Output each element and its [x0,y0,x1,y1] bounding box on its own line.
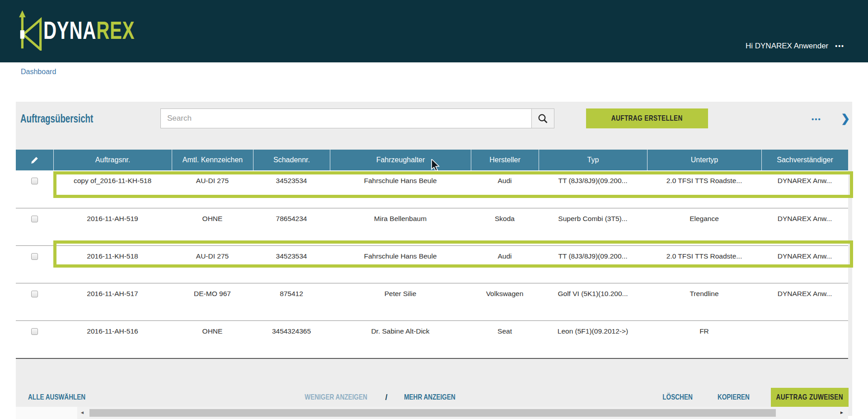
row-checkbox[interactable] [31,291,38,297]
cell-fahrzeughalter: Mira Bellenbaum [330,208,471,245]
card-menu-ellipsis-icon[interactable]: ••• [806,111,827,127]
show-less-button[interactable]: WENIGER ANZEIGEN [305,393,368,402]
app-header: DYNAREX Hi DYNAREX Anwender ••• [0,0,868,62]
cell-hersteller: Audi [471,246,539,283]
cell-auftragsnr: 2016-11-AH-516 [53,321,172,358]
user-greeting: Hi DYNAREX Anwender ••• [746,42,845,51]
show-more-button[interactable]: MEHR ANZEIGEN [404,393,455,402]
cell-typ: TT (8J3/8J9)(09.200... [539,246,647,283]
row-checkbox[interactable] [31,253,38,260]
column-header-schadennr[interactable]: Schadennr. [253,150,330,170]
table-row[interactable]: copy of_2016-11-KH-518 AU-DI 275 3452353… [16,170,848,208]
cell-auftragsnr: copy of_2016-11-KH-518 [53,170,172,208]
cell-schadennr: 3454324365 [253,321,330,358]
collapse-chevron-icon[interactable]: ❯ [837,109,854,128]
assign-order-label: AUFTRAG ZUWEISEN [776,393,843,402]
greeting-text: Hi DYNAREX Anwender [746,42,828,51]
cell-typ: Leon (5F1)(09.2012->) [539,321,647,358]
cell-sachverstaendiger: DYNAREX Anw... [761,208,848,245]
create-order-label: AUFTRAG ERSTELLEN [611,114,683,123]
column-header-fahrzeughalter[interactable]: Fahrzeughalter [330,150,471,170]
cell-sachverstaendiger: DYNAREX Anw... [761,170,848,208]
column-header-auftragsnr[interactable]: Auftragsnr. [53,150,172,170]
table-row[interactable]: 2016-11-AH-517 DE-MO 967 875412 Peter Si… [16,283,848,320]
search-icon [538,113,548,124]
cell-hersteller: Audi [471,170,539,208]
cell-untertyp: Elegance [647,208,761,245]
cell-typ: Golf VI (5K1)(10.200... [539,283,647,320]
delete-button[interactable]: LÖSCHEN [662,393,693,402]
column-header-untertyp[interactable]: Untertyp [647,150,761,170]
cell-untertyp: 2.0 TFSI TTS Roadste... [647,246,761,283]
cell-sachverstaendiger: DYNAREX Anw... [761,246,848,283]
table-row[interactable]: 2016-11-AH-519 OHNE 78654234 Mira Bellen… [16,208,848,245]
cell-schadennr: 78654234 [253,208,330,245]
column-header-kennzeichen[interactable]: Amtl. Kennzeichen [172,150,253,170]
cell-schadennr: 34523534 [253,170,330,208]
edit-column-header[interactable] [16,150,53,170]
cell-fahrzeughalter: Peter Silie [330,283,471,320]
row-select-cell [16,246,53,283]
cell-schadennr: 875412 [253,283,330,320]
cell-fahrzeughalter: Fahrschule Hans Beule [330,170,471,208]
cell-kennzeichen: AU-DI 275 [172,170,253,208]
table-row[interactable]: 2016-11-AH-516 OHNE 3454324365 Dr. Sabin… [16,320,848,358]
scrollbar-thumb[interactable] [89,409,776,417]
table-body: copy of_2016-11-KH-518 AU-DI 275 3452353… [16,170,848,359]
cell-kennzeichen: DE-MO 967 [172,283,253,320]
cell-kennzeichen: OHNE [172,321,253,358]
card-footer: ALLE AUSWÄHLEN WENIGER ANZEIGEN / MEHR A… [16,386,852,409]
cell-schadennr: 34523534 [253,246,330,283]
search-input[interactable] [160,108,532,128]
create-order-button[interactable]: AUFTRAG ERSTELLEN [586,108,708,128]
cell-typ: Superb Combi (3T5)... [539,208,647,245]
scroll-right-arrow-icon[interactable]: ► [840,410,844,415]
row-select-cell [16,170,53,208]
order-overview-card: Auftragsübersicht AUFTRAG ERSTELLEN ••• … [16,102,852,416]
row-checkbox[interactable] [31,328,38,335]
orders-table: Auftragsnr.Amtl. KennzeichenSchadennr.Fa… [16,150,848,359]
row-checkbox[interactable] [31,178,38,184]
logo-primary: DYNA [43,16,96,44]
cell-typ: TT (8J3/8J9)(09.200... [539,170,647,208]
select-all-button[interactable]: ALLE AUSWÄHLEN [28,393,85,402]
footer-separator: / [385,393,388,402]
column-header-sachverstaendiger[interactable]: Sachverständiger [761,150,848,170]
scroll-left-arrow-icon[interactable]: ◄ [80,410,84,415]
row-select-cell [16,208,53,245]
cell-hersteller: Seat [471,321,539,358]
cell-sachverstaendiger: DYNAREX Anw... [761,283,848,320]
cell-kennzeichen: AU-DI 275 [172,246,253,283]
logo-text: DYNAREX [43,15,135,45]
cell-untertyp: Trendline [647,283,761,320]
cell-untertyp: 2.0 TFSI TTS Roadste... [647,170,761,208]
row-checkbox[interactable] [31,216,38,222]
logo-accent: REX [96,16,135,44]
copy-button[interactable]: KOPIEREN [718,393,750,402]
search-button[interactable] [531,108,554,128]
table-row[interactable]: 2016-11-KH-518 AU-DI 275 34523534 Fahrsc… [16,245,848,283]
cell-fahrzeughalter: Dr. Sabine Alt-Dick [330,321,471,358]
table-header-row: Auftragsnr.Amtl. KennzeichenSchadennr.Fa… [16,150,848,170]
cell-auftragsnr: 2016-11-AH-517 [53,283,172,320]
page-title: Auftragsübersicht [20,112,93,126]
dynarex-logo-icon [16,9,46,51]
column-header-hersteller[interactable]: Hersteller [471,150,539,170]
dynarex-logo: DYNAREX [16,7,170,52]
assign-order-button[interactable]: AUFTRAG ZUWEISEN [771,388,849,407]
cell-auftragsnr: 2016-11-AH-519 [53,208,172,245]
user-menu-ellipsis-icon[interactable]: ••• [835,42,845,50]
pencil-icon [30,156,39,165]
cell-hersteller: Skoda [471,208,539,245]
cell-kennzeichen: OHNE [172,208,253,245]
breadcrumb-dashboard[interactable]: Dashboard [21,68,56,76]
row-select-cell [16,321,53,358]
cell-sachverstaendiger [761,321,848,358]
cell-auftragsnr: 2016-11-KH-518 [53,246,172,283]
cell-hersteller: Volkswagen [471,283,539,320]
row-select-cell [16,283,53,320]
cell-fahrzeughalter: Fahrschule Hans Beule [330,246,471,283]
column-header-typ[interactable]: Typ [539,150,647,170]
cell-untertyp: FR [647,321,761,358]
